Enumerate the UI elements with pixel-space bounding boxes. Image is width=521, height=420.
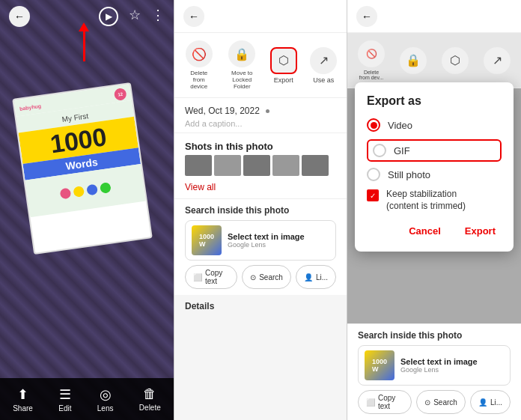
share-button[interactable]: ⬆ Share bbox=[13, 386, 33, 413]
panel3-search-button[interactable]: ⊙ Search bbox=[416, 390, 466, 414]
lens-icon: ◎ bbox=[100, 386, 112, 403]
search-button[interactable]: ⊙ Search bbox=[242, 265, 291, 289]
still-photo-label: Still photo bbox=[388, 169, 430, 180]
lens-card-title: Select text in image bbox=[228, 232, 329, 241]
gif-radio[interactable] bbox=[373, 144, 386, 157]
shot-thumb-4[interactable] bbox=[272, 155, 299, 176]
words-text: Words bbox=[65, 156, 99, 172]
more-icon[interactable]: ⋮ bbox=[151, 7, 165, 26]
panel3-lens-card[interactable]: 1000W Select text in image Google Lens bbox=[358, 345, 511, 386]
stabilization-checkbox[interactable]: ✓ bbox=[367, 189, 379, 201]
use-as-action[interactable]: ↗ Use as bbox=[310, 47, 337, 84]
panel3-copy-text-button[interactable]: ⬜ Copy text bbox=[358, 390, 412, 414]
video-label: Video bbox=[388, 120, 412, 131]
lens-card[interactable]: 1000W Select text in image Google Lens bbox=[185, 220, 336, 261]
listen-button[interactable]: 👤 Li... bbox=[296, 265, 336, 289]
book-badge: 12 bbox=[114, 88, 127, 101]
panel3-back-button[interactable]: ← bbox=[356, 6, 377, 27]
shots-section-title: Shots in this photo bbox=[174, 133, 347, 155]
export-button[interactable]: Export bbox=[459, 222, 502, 240]
stabilization-label: Keep stabilization(content is trimmed) bbox=[386, 189, 466, 212]
copy-text-button[interactable]: ⬜ Copy text bbox=[185, 265, 237, 289]
search-label: Search bbox=[259, 273, 283, 281]
panel2-back-button[interactable]: ← bbox=[183, 6, 204, 27]
lens-text: Select text in image Google Lens bbox=[228, 232, 329, 249]
video-option[interactable]: Video bbox=[367, 118, 502, 132]
delete-label: Delete bbox=[139, 404, 161, 412]
delete-from-device-action[interactable]: 🚫 Delete from device bbox=[184, 40, 214, 90]
details-section: Details bbox=[174, 295, 347, 317]
back-button[interactable]: ← bbox=[9, 6, 30, 27]
delete-button[interactable]: 🗑 Delete bbox=[139, 386, 161, 412]
panel3-copy-label: Copy text bbox=[378, 394, 403, 410]
p3-export-icon: ⬡ bbox=[442, 47, 469, 74]
view-all-link[interactable]: View all bbox=[174, 180, 347, 198]
export-dialog-title: Export as bbox=[367, 94, 502, 108]
book: babyhug 12 My First 1000 Words bbox=[12, 82, 153, 255]
p3-use-as-action[interactable]: ↗ bbox=[484, 47, 511, 74]
gif-option-highlighted[interactable]: GIF bbox=[367, 139, 502, 162]
locked-folder-action[interactable]: 🔒 Move to Locked Folder bbox=[227, 40, 257, 90]
lens-label: Lens bbox=[97, 404, 114, 413]
book-container: babyhug 12 My First 1000 Words bbox=[12, 82, 153, 255]
book-logo: babyhug bbox=[19, 103, 42, 111]
shots-row bbox=[174, 155, 347, 180]
meta-date: Wed, Oct 19, 2022 bbox=[185, 106, 336, 116]
locked-folder-label: Move to Locked Folder bbox=[227, 70, 257, 90]
star-icon[interactable]: ☆ bbox=[129, 7, 141, 26]
export-action[interactable]: ⬡ Export bbox=[270, 47, 297, 84]
still-photo-radio[interactable] bbox=[367, 168, 380, 181]
stabilization-option[interactable]: ✓ Keep stabilization(content is trimmed) bbox=[367, 189, 502, 212]
listen-icon: 👤 bbox=[304, 273, 313, 281]
panel3-action-buttons-row: ⬜ Copy text ⊙ Search 👤 Li... bbox=[358, 390, 511, 414]
p3-lock-icon: 🔒 bbox=[400, 47, 427, 74]
lens-button[interactable]: ◎ Lens bbox=[97, 386, 114, 413]
panel3-search-section: Search inside this photo 1000W Select te… bbox=[347, 323, 521, 420]
use-as-label: Use as bbox=[313, 76, 334, 84]
edit-button[interactable]: ☰ Edit bbox=[58, 386, 71, 413]
panel-camera: babyhug 12 My First 1000 Words bbox=[0, 0, 174, 420]
delete-from-device-icon: 🚫 bbox=[186, 40, 213, 67]
listen-label: Li... bbox=[316, 273, 328, 281]
p3-export-action[interactable]: ⬡ bbox=[442, 47, 469, 74]
icon-circle-4 bbox=[100, 182, 112, 194]
panel3-listen-button[interactable]: 👤 Li... bbox=[470, 390, 511, 414]
topbar-icons: ▶ ☆ ⋮ bbox=[99, 7, 165, 26]
export-label: Export bbox=[274, 76, 293, 84]
shot-thumb-1[interactable] bbox=[185, 155, 212, 176]
panel3-lens-text: Select text in image Google Lens bbox=[400, 357, 504, 374]
icon-circle-3 bbox=[86, 184, 98, 196]
search-icon: ⊙ bbox=[250, 273, 256, 281]
delete-from-device-label: Delete from device bbox=[184, 70, 214, 90]
edit-label: Edit bbox=[58, 404, 71, 413]
play-icon[interactable]: ▶ bbox=[99, 7, 118, 26]
shot-thumb-3[interactable] bbox=[243, 155, 270, 176]
export-icon: ⬡ bbox=[270, 47, 297, 74]
panel3-search-icon: ⊙ bbox=[424, 398, 430, 407]
share-label: Share bbox=[13, 404, 33, 413]
copy-text-label: Copy text bbox=[205, 269, 229, 285]
my-first-text: My First bbox=[61, 112, 89, 124]
cancel-button[interactable]: Cancel bbox=[403, 222, 447, 240]
panel3-actions-row: 🚫 Delete from dev... 🔒 ⬡ ↗ bbox=[347, 33, 521, 88]
p3-delete-action[interactable]: 🚫 Delete from dev... bbox=[358, 40, 385, 80]
actions-row: 🚫 Delete from device 🔒 Move to Locked Fo… bbox=[174, 33, 347, 98]
locked-folder-icon: 🔒 bbox=[228, 40, 255, 67]
still-photo-option[interactable]: Still photo bbox=[367, 168, 502, 181]
video-radio-inner bbox=[371, 122, 377, 129]
lens-card-subtitle: Google Lens bbox=[228, 241, 329, 249]
icon-circle-2 bbox=[73, 186, 85, 198]
p3-delete-icon: 🚫 bbox=[358, 40, 385, 67]
red-arrow bbox=[79, 22, 89, 61]
export-dialog: Export as Video GIF Still photo ✓ Keep s… bbox=[355, 82, 514, 252]
video-radio[interactable] bbox=[367, 118, 380, 132]
search-section: Search inside this photo 1000W Select te… bbox=[174, 198, 347, 295]
details-title: Details bbox=[185, 301, 336, 311]
bottombar: ⬆ Share ☰ Edit ◎ Lens 🗑 Delete bbox=[0, 378, 174, 420]
p3-lock-action[interactable]: 🔒 bbox=[400, 47, 427, 74]
p3-use-as-icon: ↗ bbox=[484, 47, 511, 74]
caption-field[interactable]: Add a caption... bbox=[185, 119, 336, 128]
shot-thumb-2[interactable] bbox=[214, 155, 241, 176]
shot-thumb-5[interactable] bbox=[302, 155, 329, 176]
share-icon: ⬆ bbox=[17, 386, 28, 403]
